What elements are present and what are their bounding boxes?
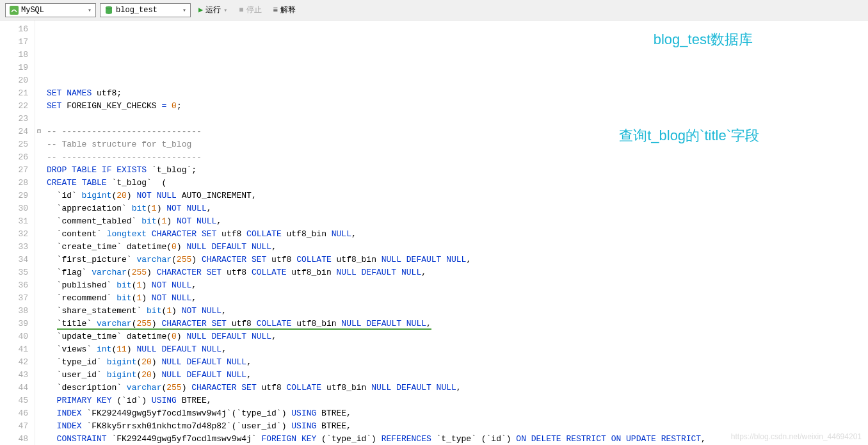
fold-marker — [35, 369, 43, 382]
line-number: 42 — [3, 356, 28, 369]
line-number: 33 — [3, 241, 28, 254]
line-number: 44 — [3, 382, 28, 394]
line-number: 35 — [3, 266, 28, 279]
code-line[interactable]: `share_statement` bit(1) NOT NULL, — [47, 305, 864, 318]
line-number: 29 — [3, 190, 28, 202]
code-line[interactable]: SET NAMES utf8; — [47, 87, 864, 100]
fold-marker — [35, 138, 43, 151]
line-number: 48 — [3, 433, 28, 445]
play-icon: ▶ — [198, 5, 203, 15]
database-select[interactable]: blog_test ▾ — [100, 3, 191, 17]
explain-button[interactable]: ≣ 解释 — [269, 3, 300, 17]
line-number: 30 — [3, 202, 28, 215]
code-line[interactable]: `id` bigint(20) NOT NULL AUTO_INCREMENT, — [47, 190, 864, 202]
fold-marker — [35, 382, 43, 394]
code-line[interactable]: `first_picture` varchar(255) CHARACTER S… — [47, 254, 864, 266]
fold-marker — [35, 420, 43, 433]
code-line[interactable]: -- ---------------------------- — [47, 151, 864, 164]
fold-marker — [35, 330, 43, 343]
explain-icon: ≣ — [273, 5, 278, 15]
line-number: 23 — [3, 113, 28, 125]
fold-marker — [35, 305, 43, 318]
explain-label: 解释 — [280, 4, 296, 15]
stop-label: 停止 — [246, 4, 262, 15]
code-line[interactable] — [47, 74, 864, 87]
chevron-down-icon: ▾ — [182, 6, 186, 14]
code-line[interactable]: `type_id` bigint(20) NULL DEFAULT NULL, — [47, 356, 864, 369]
line-number: 34 — [3, 254, 28, 266]
chevron-down-icon: ▾ — [88, 6, 92, 14]
line-number: 21 — [3, 87, 28, 100]
mysql-icon — [10, 6, 19, 15]
line-number: 24 — [3, 125, 28, 138]
line-number: 19 — [3, 61, 28, 74]
code-line[interactable]: `user_id` bigint(20) NULL DEFAULT NULL, — [47, 369, 864, 382]
line-number: 20 — [3, 74, 28, 87]
fold-marker — [35, 177, 43, 190]
database-label: blog_test — [116, 6, 180, 15]
run-button[interactable]: ▶ 运行 ▾ — [195, 3, 231, 17]
line-number: 27 — [3, 164, 28, 177]
line-number: 43 — [3, 369, 28, 382]
code-line[interactable]: `title` varchar(255) CHARACTER SET utf8 … — [47, 318, 864, 330]
fold-marker — [35, 254, 43, 266]
database-icon — [104, 6, 113, 15]
code-line[interactable]: `comment_tabled` bit(1) NOT NULL, — [47, 215, 864, 228]
line-number: 26 — [3, 151, 28, 164]
code-line[interactable]: `views` int(11) NULL DEFAULT NULL, — [47, 343, 864, 356]
code-line[interactable]: `recommend` bit(1) NOT NULL, — [47, 292, 864, 305]
fold-marker — [35, 61, 43, 74]
code-line[interactable]: `update_time` datetime(0) NULL DEFAULT N… — [47, 330, 864, 343]
fold-marker — [35, 36, 43, 49]
code-line[interactable]: `appreciation` bit(1) NOT NULL, — [47, 202, 864, 215]
fold-marker — [35, 266, 43, 279]
line-number: 37 — [3, 292, 28, 305]
line-number: 46 — [3, 407, 28, 420]
fold-marker — [35, 87, 43, 100]
stop-icon: ■ — [239, 6, 243, 15]
code-line[interactable]: PRIMARY KEY (`id`) USING BTREE, — [47, 394, 864, 407]
fold-marker — [35, 113, 43, 125]
code-line[interactable]: SET FOREIGN_KEY_CHECKS = 0; — [47, 100, 864, 113]
line-number: 38 — [3, 305, 28, 318]
line-number: 41 — [3, 343, 28, 356]
line-number: 22 — [3, 100, 28, 113]
line-number: 39 — [3, 318, 28, 330]
line-number: 32 — [3, 228, 28, 241]
fold-marker — [35, 151, 43, 164]
fold-marker — [35, 292, 43, 305]
code-area[interactable]: blog_test数据库 查询t_blog的`title`字段 SET NAME… — [43, 20, 868, 445]
db-engine-select[interactable]: MySQL ▾ — [5, 3, 96, 17]
fold-marker — [35, 49, 43, 61]
code-line[interactable]: `content` longtext CHARACTER SET utf8 CO… — [47, 228, 864, 241]
fold-marker — [35, 202, 43, 215]
line-number: 28 — [3, 177, 28, 190]
run-label: 运行 — [205, 4, 221, 15]
line-number: 16 — [3, 23, 28, 36]
fold-marker — [35, 318, 43, 330]
code-line[interactable]: CREATE TABLE `t_blog` ( — [47, 177, 864, 190]
fold-marker — [35, 433, 43, 445]
line-number: 40 — [3, 330, 28, 343]
fold-marker — [35, 215, 43, 228]
code-line[interactable]: INDEX `FK8ky5rrsxh01nkhctmo7d48p82`(`use… — [47, 420, 864, 433]
editor: 1617181920212223242526272829303132333435… — [0, 20, 868, 445]
watermark: https://blog.csdn.net/weixin_44694201 — [731, 432, 862, 441]
code-line[interactable]: `description` varchar(255) CHARACTER SET… — [47, 382, 864, 394]
code-line[interactable]: `published` bit(1) NOT NULL, — [47, 279, 864, 292]
annotation-db-title: blog_test数据库 — [654, 33, 753, 46]
fold-marker[interactable]: ⊟ — [35, 125, 43, 138]
dropdown-icon: ▾ — [223, 6, 227, 14]
line-number-gutter: 1617181920212223242526272829303132333435… — [0, 20, 35, 445]
line-number: 17 — [3, 36, 28, 49]
code-line[interactable] — [47, 113, 864, 125]
code-line[interactable]: INDEX `FK292449gwg5yf7ocdlmswv9w4j`(`typ… — [47, 407, 864, 420]
line-number: 25 — [3, 138, 28, 151]
fold-marker — [35, 279, 43, 292]
code-line[interactable]: `create_time` datetime(0) NULL DEFAULT N… — [47, 241, 864, 254]
stop-button[interactable]: ■ 停止 — [235, 3, 265, 17]
fold-marker — [35, 241, 43, 254]
code-line[interactable]: `flag` varchar(255) CHARACTER SET utf8 C… — [47, 266, 864, 279]
code-line[interactable]: DROP TABLE IF EXISTS `t_blog`; — [47, 164, 864, 177]
fold-marker — [35, 100, 43, 113]
